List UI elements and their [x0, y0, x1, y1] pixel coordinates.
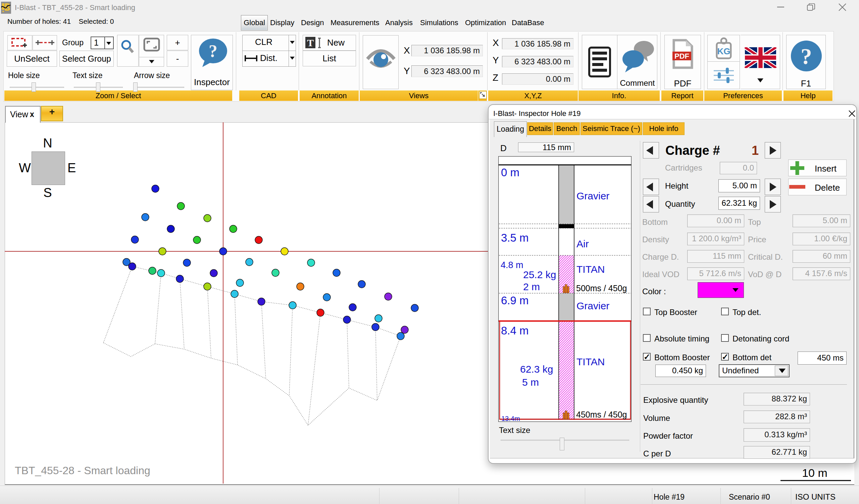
svg-text:3.5 m: 3.5 m	[501, 232, 529, 244]
svg-text:?: ?	[209, 42, 217, 61]
svg-text:500ms / 450g: 500ms / 450g	[576, 283, 627, 293]
svg-text:25.2 kg: 25.2 kg	[523, 269, 556, 280]
svg-text:2 m: 2 m	[523, 281, 540, 292]
svg-text:62.3 kg: 62.3 kg	[520, 364, 553, 375]
svg-text:Air: Air	[576, 238, 589, 249]
svg-text:TBT_455-28 - Smart loading: TBT_455-28 - Smart loading	[15, 464, 150, 476]
svg-text:8.4 m: 8.4 m	[501, 325, 529, 337]
svg-text:Gravier: Gravier	[576, 300, 609, 311]
svg-text:Gravier: Gravier	[576, 190, 609, 201]
svg-text:0 m: 0 m	[501, 166, 519, 178]
svg-text:T: T	[307, 37, 314, 48]
svg-text:TITAN: TITAN	[576, 264, 605, 275]
svg-text:6.9 m: 6.9 m	[501, 294, 529, 306]
svg-text:4.8 m: 4.8 m	[501, 260, 524, 270]
svg-text:TITAN: TITAN	[576, 356, 605, 367]
svg-text:450ms / 450g: 450ms / 450g	[576, 410, 627, 419]
svg-text:PDF: PDF	[675, 52, 689, 60]
svg-text:?: ?	[801, 44, 812, 69]
svg-text:KG: KG	[718, 46, 730, 56]
svg-text:10 m: 10 m	[802, 467, 827, 479]
svg-text:5 m: 5 m	[522, 377, 539, 388]
svg-text:13.4m: 13.4m	[501, 415, 520, 422]
